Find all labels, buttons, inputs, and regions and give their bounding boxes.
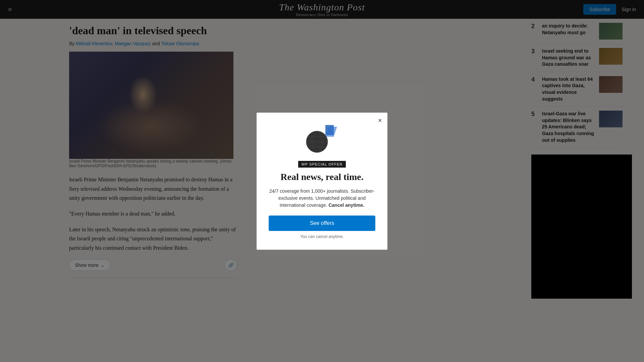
modal-description: 24/7 coverage from 1,000+ journalists. S… — [269, 188, 375, 209]
wp-special-offer-badge: WP SPECIAL OFFER — [298, 161, 346, 168]
modal-overlay[interactable]: × WP SPECIAL OFFER Real news, real time.… — [0, 0, 644, 362]
modal-cancel-cta: Cancel anytime. — [328, 202, 364, 208]
modal-globe-graphic — [302, 123, 342, 157]
modal-cancel-note: You can cancel anytime. — [269, 234, 375, 239]
see-offers-button[interactable]: See offers — [269, 216, 375, 231]
subscription-modal: × WP SPECIAL OFFER Real news, real time.… — [257, 113, 387, 250]
modal-close-button[interactable]: × — [378, 117, 382, 124]
modal-headline: Real news, real time. — [269, 172, 375, 182]
modal-graphic — [269, 123, 375, 157]
